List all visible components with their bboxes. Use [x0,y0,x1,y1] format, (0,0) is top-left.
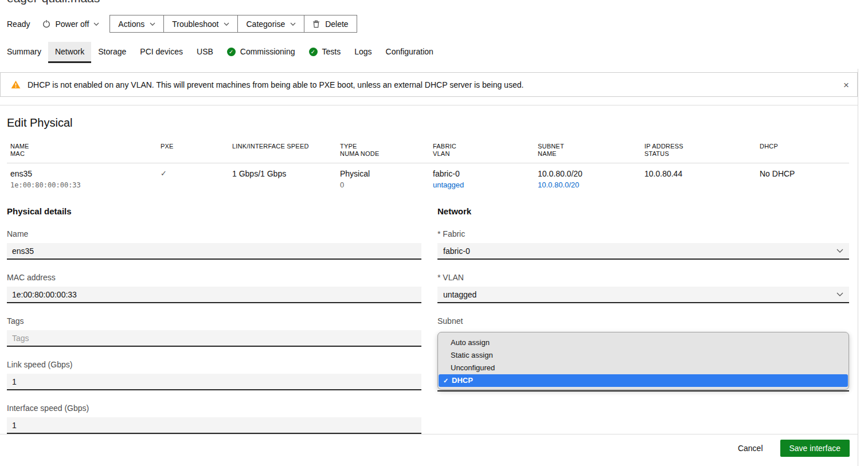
col-ip-status: IP ADDRESSSTATUS [644,143,760,158]
vlan-link[interactable]: untagged [433,181,464,189]
cell-type-numa: Physical 0 [340,169,433,190]
physical-details-heading: Physical details [7,206,421,216]
chevron-down-icon [224,22,229,26]
dhcp-warning-banner: DHCP is not enabled on any VLAN. This wi… [0,72,858,97]
cell-link-speed: 1 Gbps/1 Gbps [232,169,340,190]
page-title: eager-quail.maas [7,0,100,5]
table-row: ens35 1e:00:80:00:00:33 ✓ 1 Gbps/1 Gbps … [7,169,849,190]
vlan-field-group: * VLAN untagged [437,273,849,303]
fabric-field-group: * Fabric fabric-0 [437,229,849,260]
machine-toolbar: Ready Power off Actions Troubleshoot Cat… [7,15,357,33]
actions-menu-button[interactable]: Actions [110,15,163,32]
machine-tab-bar: Summary Network Storage PCI devices USB … [0,42,440,63]
col-name-mac: NAMEMAC [10,143,161,158]
subnet-label: Subnet [437,316,849,326]
mac-address-field[interactable] [7,287,421,303]
subnet-option-dhcp[interactable]: ✓ DHCP [439,374,848,387]
save-interface-button[interactable]: Save interface [780,440,850,457]
tab-configuration[interactable]: Configuration [379,42,440,63]
tab-label: PCI devices [140,47,183,56]
vlan-selected-value: untagged [443,290,476,299]
tab-label: Logs [354,47,372,56]
power-label: Power off [55,19,89,29]
name-label: Name [7,229,421,239]
delete-button[interactable]: Delete [304,15,356,32]
success-check-icon: ✓ [227,48,236,56]
categorise-menu-button[interactable]: Categorise [237,15,304,32]
link-speed-field-group: Link speed (Gbps) [7,360,421,390]
interface-speed-field-group: Interface speed (Gbps) [7,404,421,434]
footer-divider [0,434,858,434]
power-menu-button[interactable]: Power off [42,19,99,29]
tab-storage[interactable]: Storage [91,42,133,63]
subnet-option-unconfigured[interactable]: Unconfigured [438,362,849,374]
page-title-clipped: eager-quail.maas [7,0,100,5]
fabric-selected-value: fabric-0 [443,246,470,256]
tab-label: USB [197,47,213,56]
form-footer: Cancel Save interface [738,440,850,457]
cell-dhcp: No DHCP [760,169,849,190]
chevron-down-icon [150,22,155,26]
interface-table-header: NAMEMAC PXE LINK/INTERFACE SPEED TYPENUM… [7,143,849,163]
tab-label: Summary [7,47,41,56]
tab-label: Configuration [386,47,433,56]
tab-label: Commissioning [240,47,295,56]
delete-label: Delete [325,19,348,29]
cell-name-mac: ens35 1e:00:80:00:00:33 [10,169,161,190]
link-speed-field[interactable] [7,374,421,390]
subnet-option-static-assign[interactable]: Static assign [438,349,849,362]
name-field[interactable] [7,243,421,260]
physical-details-form: Physical details Name MAC address Tags L… [7,206,421,434]
chevron-down-icon [290,22,296,26]
mac-address-label: MAC address [7,273,421,283]
tab-label: Storage [98,47,126,56]
network-form: Network * Fabric fabric-0 * VLAN untagge… [437,206,849,391]
tab-commissioning[interactable]: ✓ Commissioning [220,42,302,63]
network-heading: Network [437,206,849,216]
col-dhcp: DHCP [760,143,849,158]
warning-message: DHCP is not enabled on any VLAN. This wi… [28,80,523,89]
chevron-down-icon [836,249,843,253]
tags-field[interactable] [7,330,421,347]
tab-label: Tests [322,47,341,56]
subnet-field-group: Subnet Auto assign Static assign Unconfi… [437,316,849,391]
tab-summary[interactable]: Summary [0,42,48,63]
vlan-select[interactable]: untagged [437,287,849,303]
subnet-option-auto-assign[interactable]: Auto assign [438,336,849,349]
mac-field-group: MAC address [7,273,421,303]
status-badge: Ready [7,19,30,29]
vlan-label: * VLAN [437,273,849,283]
subnet-link[interactable]: 10.0.80.0/20 [538,181,579,189]
machine-actions-group: Actions Troubleshoot Categorise Delete [110,15,357,33]
cell-fabric-vlan: fabric-0 untagged [433,169,538,190]
col-pxe: PXE [161,143,232,158]
cancel-button[interactable]: Cancel [738,444,763,453]
col-fabric-vlan: FABRICVLAN [433,143,538,158]
tab-tests[interactable]: ✓ Tests [302,42,348,63]
interface-speed-field[interactable] [7,417,421,434]
link-speed-label: Link speed (Gbps) [7,360,421,370]
interface-mac: 1e:00:80:00:00:33 [10,181,161,190]
tab-usb[interactable]: USB [190,42,220,63]
col-subnet-name: SUBNETNAME [538,143,644,158]
power-icon [42,19,50,28]
selected-check-icon: ✓ [443,374,451,387]
troubleshoot-label: Troubleshoot [172,19,218,29]
fabric-select[interactable]: fabric-0 [437,243,849,260]
tags-field-group: Tags [7,316,421,347]
tab-pci-devices[interactable]: PCI devices [133,42,190,63]
name-field-group: Name [7,229,421,260]
cell-subnet-name: 10.0.80.0/20 10.0.80.0/20 [538,169,644,190]
tab-logs[interactable]: Logs [347,42,378,63]
subnet-select-underline [437,390,849,391]
col-link-speed: LINK/INTERFACE SPEED [232,143,340,158]
chevron-down-icon [836,292,843,296]
close-icon[interactable]: × [843,80,849,89]
tab-network[interactable]: Network [48,42,91,63]
fabric-label: * Fabric [437,229,849,239]
categorise-label: Categorise [246,19,285,29]
success-check-icon: ✓ [309,48,318,56]
trash-icon [312,20,320,28]
troubleshoot-menu-button[interactable]: Troubleshoot [163,15,237,32]
tags-label: Tags [7,316,421,326]
